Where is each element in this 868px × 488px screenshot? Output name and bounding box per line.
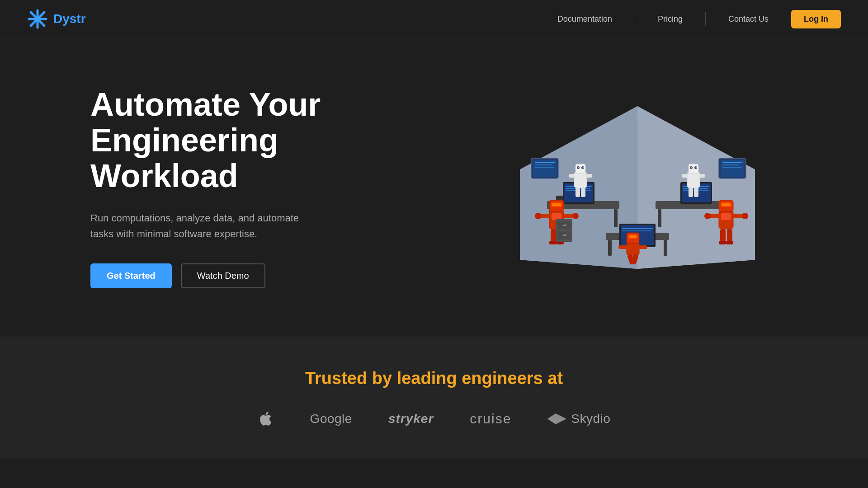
svg-rect-97 (638, 245, 647, 249)
apple-logo (258, 411, 274, 427)
svg-point-61 (696, 167, 697, 169)
svg-rect-65 (694, 188, 698, 197)
svg-point-73 (535, 213, 541, 219)
svg-rect-80 (721, 213, 731, 220)
hero-title: Automate Your Engineering Workload (90, 87, 321, 194)
svg-point-51 (583, 167, 584, 169)
stryker-logo-text: stryker (388, 412, 434, 426)
nav-contact[interactable]: Contact Us (728, 14, 769, 24)
svg-point-87 (742, 213, 748, 219)
hero-content: Automate Your Engineering Workload Run c… (90, 87, 321, 289)
svg-rect-96 (618, 245, 627, 249)
svg-rect-62 (682, 174, 688, 178)
svg-rect-56 (687, 172, 700, 188)
svg-rect-55 (581, 188, 585, 197)
svg-point-74 (572, 213, 579, 219)
nav-links: Documentation Pricing Contact Us Log In (557, 10, 841, 28)
svg-point-60 (691, 167, 693, 169)
svg-rect-24 (614, 209, 618, 227)
nav-documentation[interactable]: Documentation (557, 14, 612, 24)
google-logo-text: Google (310, 412, 352, 426)
hero-subtitle: Run computations, analyze data, and auto… (90, 210, 316, 242)
svg-rect-32 (658, 209, 661, 227)
svg-rect-41 (664, 240, 667, 256)
svg-rect-91 (726, 241, 733, 244)
skydio-icon (547, 412, 566, 426)
google-logo: Google (310, 412, 352, 426)
svg-rect-84 (709, 214, 719, 218)
svg-rect-52 (569, 174, 575, 178)
watch-demo-button[interactable]: Watch Demo (181, 263, 265, 288)
login-button[interactable]: Log In (791, 10, 841, 28)
svg-rect-104 (563, 235, 566, 236)
hero-section: Automate Your Engineering Workload Run c… (0, 38, 868, 337)
svg-rect-88 (720, 229, 726, 242)
svg-rect-103 (563, 225, 566, 226)
svg-rect-57 (689, 164, 698, 173)
logo-text: Dystr (53, 12, 86, 26)
logo-area[interactable]: Dystr (27, 9, 86, 29)
dystr-logo-icon (27, 9, 48, 29)
svg-rect-89 (727, 229, 732, 242)
trusted-section: Trusted by leading engineers at Google s… (0, 337, 868, 459)
svg-rect-70 (552, 203, 561, 206)
svg-rect-54 (576, 188, 580, 197)
skydio-logo: Skydio (547, 412, 610, 426)
svg-point-50 (578, 167, 580, 169)
get-started-button[interactable]: Get Started (90, 263, 172, 288)
svg-rect-53 (586, 174, 592, 178)
nav-divider-1 (635, 12, 635, 26)
skydio-logo-text: Skydio (571, 412, 610, 426)
svg-rect-90 (719, 241, 726, 244)
svg-rect-72 (564, 214, 574, 218)
svg-rect-75 (551, 229, 556, 242)
svg-rect-85 (733, 214, 743, 218)
hero-buttons: Get Started Watch Demo (90, 263, 321, 288)
svg-point-86 (704, 213, 711, 219)
svg-rect-95 (629, 235, 637, 238)
cruise-logo-text: cruise (470, 411, 511, 427)
svg-rect-71 (540, 214, 550, 218)
svg-rect-63 (699, 174, 705, 178)
svg-rect-40 (608, 240, 612, 256)
company-logos-row: Google stryker cruise Skydio (27, 411, 841, 427)
cruise-logo: cruise (470, 411, 511, 427)
svg-rect-83 (722, 203, 731, 206)
svg-rect-77 (549, 241, 557, 244)
nav-divider-2 (705, 12, 706, 26)
hero-illustration (479, 75, 796, 300)
trusted-title: Trusted by leading engineers at (27, 369, 841, 388)
svg-rect-64 (689, 188, 693, 197)
stryker-logo: stryker (388, 412, 434, 426)
apple-icon (258, 411, 274, 427)
robot-office-svg (484, 79, 791, 296)
svg-rect-47 (576, 164, 585, 173)
svg-rect-46 (574, 172, 587, 188)
navbar: Dystr Documentation Pricing Contact Us L… (0, 0, 868, 38)
nav-pricing[interactable]: Pricing (658, 14, 683, 24)
